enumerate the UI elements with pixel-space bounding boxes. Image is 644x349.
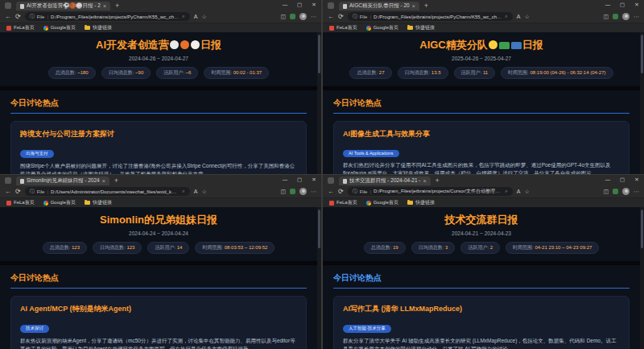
refresh-button[interactable]: ⟳ (338, 189, 344, 195)
bookmark-google[interactable]: Google首页 (366, 24, 398, 31)
profile-avatar[interactable] (622, 188, 630, 195)
stat-pill: 活跃用户: 11 (454, 67, 496, 79)
soccer-ball-emoji (170, 40, 179, 49)
close-button[interactable]: ✕ (307, 0, 321, 10)
maximize-button[interactable]: ▢ (292, 175, 307, 185)
bookmark-fela[interactable]: FeLa首页 (6, 24, 35, 31)
report-title-text: Simonlin的兄弟姐妹日报 (100, 214, 217, 226)
read-aloud-button[interactable]: A (517, 189, 521, 194)
extension-icon[interactable] (290, 189, 295, 194)
tab-close-icon[interactable]: × (423, 178, 427, 184)
bookmark-fela[interactable]: FeLa首页 (6, 199, 35, 206)
more-menu-icon[interactable]: ⋯ (634, 14, 639, 19)
favorite-star-icon[interactable]: ☆ (201, 14, 206, 19)
refresh-button[interactable]: ⟳ (15, 189, 21, 195)
favorite-star-icon[interactable]: ☆ (524, 14, 529, 19)
refresh-button[interactable]: ⟳ (338, 14, 344, 20)
scrollbar-thumb[interactable] (318, 210, 320, 248)
folder-icon (407, 201, 413, 205)
report-date-range: 2024-04-26 ~ 2024-04-27 (6, 56, 311, 61)
minimize-button[interactable]: — (601, 0, 615, 10)
favorite-star-icon[interactable]: ☆ (524, 189, 529, 194)
site-info-icon[interactable]: ⓘ (30, 13, 35, 20)
new-tab-button[interactable]: + (436, 177, 440, 185)
address-bar[interactable]: ⓘ File | D:/Users/Administrator/Document… (25, 187, 190, 196)
scrollbar-thumb[interactable] (641, 35, 643, 73)
bookmark-fela[interactable]: FeLa首页 (329, 199, 357, 206)
browser-tab[interactable]: AI开发者创造营⚽🏀🏐日报 - 2 × (16, 2, 110, 10)
site-info-icon[interactable]: ⓘ (30, 188, 35, 195)
scrollbar[interactable] (317, 32, 321, 174)
profile-avatar[interactable] (299, 13, 307, 20)
more-menu-icon[interactable]: ⋯ (634, 189, 639, 194)
browser-tab[interactable]: AIGC精英分队😎日报 - 20 × (339, 2, 419, 10)
split-screen-icon[interactable]: ◫ (280, 189, 286, 194)
more-menu-icon[interactable]: ⋯ (311, 14, 316, 19)
bookmark-quick-links[interactable]: 快捷链接 (407, 24, 435, 31)
search-icon[interactable]: ⌕ (182, 14, 184, 19)
maximize-button[interactable]: ▢ (292, 0, 307, 10)
bookmark-quick-links[interactable]: 快捷链接 (407, 199, 435, 206)
stat-label: 活跃用户: (163, 70, 184, 75)
close-button[interactable]: ✕ (630, 175, 644, 185)
profile-avatar[interactable] (622, 13, 630, 20)
split-screen-icon[interactable]: ◫ (603, 14, 609, 19)
back-button[interactable]: ← (5, 189, 11, 195)
extension-icon[interactable] (613, 189, 618, 194)
stat-label: 活跃用户: (155, 245, 175, 250)
back-button[interactable]: ← (5, 14, 11, 20)
back-button[interactable]: ← (328, 189, 334, 195)
address-bar[interactable]: ⓘ File | D:/Program_Files/jetbrains/proj… (348, 12, 513, 21)
bookmark-google[interactable]: Google首页 (43, 24, 76, 31)
search-icon[interactable]: ⌕ (505, 189, 507, 194)
search-icon[interactable]: ⌕ (505, 14, 507, 19)
address-bar[interactable]: ⓘ File | D:/Program_Files/jetbrains/proj… (348, 187, 513, 196)
stat-label: 日均消息数: (405, 70, 431, 75)
read-aloud-button[interactable]: A (194, 189, 198, 194)
minimize-button[interactable]: — (601, 175, 615, 185)
scrollbar-thumb[interactable] (318, 35, 320, 73)
bookmark-fela[interactable]: FeLa首页 (329, 24, 357, 31)
stat-label: 总消息数: (357, 70, 378, 75)
back-button[interactable]: ← (328, 14, 334, 20)
refresh-button[interactable]: ⟳ (15, 14, 21, 20)
fela-favicon-icon (6, 26, 11, 31)
site-info-icon[interactable]: ⓘ (353, 188, 357, 195)
bookmark-google[interactable]: Google首页 (366, 199, 398, 206)
scrollbar[interactable] (640, 207, 644, 349)
scrollbar[interactable] (640, 32, 644, 174)
bookmark-quick-links[interactable]: 快捷链接 (85, 24, 112, 31)
search-icon[interactable]: ⌕ (182, 189, 184, 194)
profile-avatar[interactable] (299, 188, 307, 195)
extension-icon[interactable] (613, 14, 618, 19)
stat-label: 时间范围: (202, 245, 223, 250)
close-button[interactable]: ✕ (307, 175, 321, 185)
browser-tab[interactable]: Simonlin的兄弟姐妹日报 - 2024 × (16, 177, 109, 185)
tab-close-icon[interactable]: × (412, 3, 415, 9)
close-button[interactable]: ✕ (630, 0, 644, 10)
minimize-button[interactable]: — (278, 175, 292, 185)
tab-close-icon[interactable]: × (103, 3, 106, 9)
bookmarks-bar: FeLa首页 Google首页 快捷链接 (0, 23, 321, 32)
split-screen-icon[interactable]: ◫ (280, 14, 286, 19)
maximize-button[interactable]: ▢ (615, 175, 630, 185)
split-screen-icon[interactable]: ◫ (603, 189, 609, 194)
new-tab-button[interactable]: + (114, 177, 118, 185)
browser-tab[interactable]: 技术交流群日报 - 2024-04-21 - × (339, 177, 431, 185)
tab-close-icon[interactable]: × (102, 178, 105, 184)
read-aloud-button[interactable]: A (194, 14, 198, 19)
extension-icon[interactable] (290, 14, 295, 19)
minimize-button[interactable]: — (278, 0, 292, 10)
new-tab-button[interactable]: + (115, 2, 119, 10)
address-bar[interactable]: ⓘ File | D:/Program_Files/jetbrains/proj… (25, 12, 190, 21)
bookmark-quick-links[interactable]: 快捷链接 (85, 199, 112, 206)
maximize-button[interactable]: ▢ (615, 0, 630, 10)
scrollbar-thumb[interactable] (641, 210, 643, 248)
read-aloud-button[interactable]: A (517, 14, 521, 19)
favorite-star-icon[interactable]: ☆ (201, 189, 206, 194)
scrollbar[interactable] (317, 207, 321, 349)
bookmark-google[interactable]: Google首页 (43, 199, 76, 206)
site-info-icon[interactable]: ⓘ (353, 13, 357, 20)
more-menu-icon[interactable]: ⋯ (311, 189, 316, 194)
new-tab-button[interactable]: + (424, 2, 428, 10)
